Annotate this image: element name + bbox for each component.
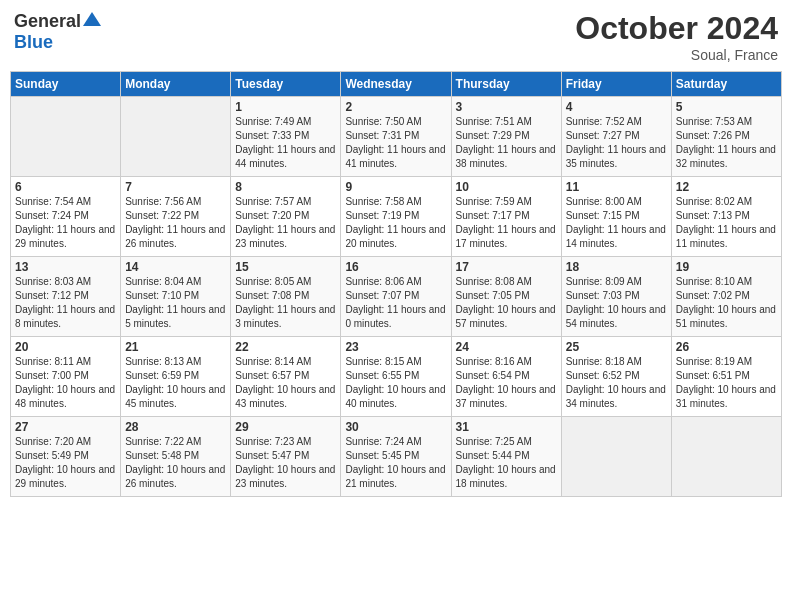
calendar-cell: 8Sunrise: 7:57 AMSunset: 7:20 PMDaylight… <box>231 177 341 257</box>
day-number: 24 <box>456 340 557 354</box>
cell-content: Sunrise: 8:15 AMSunset: 6:55 PMDaylight:… <box>345 355 446 411</box>
calendar-header-saturday: Saturday <box>671 72 781 97</box>
cell-content: Sunrise: 7:25 AMSunset: 5:44 PMDaylight:… <box>456 435 557 491</box>
cell-content: Sunrise: 7:57 AMSunset: 7:20 PMDaylight:… <box>235 195 336 251</box>
cell-content: Sunrise: 8:00 AMSunset: 7:15 PMDaylight:… <box>566 195 667 251</box>
logo-blue-text: Blue <box>14 32 53 52</box>
day-number: 22 <box>235 340 336 354</box>
day-number: 2 <box>345 100 446 114</box>
calendar-cell: 18Sunrise: 8:09 AMSunset: 7:03 PMDayligh… <box>561 257 671 337</box>
day-number: 29 <box>235 420 336 434</box>
cell-content: Sunrise: 7:51 AMSunset: 7:29 PMDaylight:… <box>456 115 557 171</box>
cell-content: Sunrise: 7:23 AMSunset: 5:47 PMDaylight:… <box>235 435 336 491</box>
calendar-cell: 1Sunrise: 7:49 AMSunset: 7:33 PMDaylight… <box>231 97 341 177</box>
day-number: 5 <box>676 100 777 114</box>
calendar-cell: 26Sunrise: 8:19 AMSunset: 6:51 PMDayligh… <box>671 337 781 417</box>
calendar-cell: 31Sunrise: 7:25 AMSunset: 5:44 PMDayligh… <box>451 417 561 497</box>
cell-content: Sunrise: 7:58 AMSunset: 7:19 PMDaylight:… <box>345 195 446 251</box>
calendar-header-tuesday: Tuesday <box>231 72 341 97</box>
calendar-cell: 11Sunrise: 8:00 AMSunset: 7:15 PMDayligh… <box>561 177 671 257</box>
calendar-cell: 6Sunrise: 7:54 AMSunset: 7:24 PMDaylight… <box>11 177 121 257</box>
day-number: 19 <box>676 260 777 274</box>
cell-content: Sunrise: 8:13 AMSunset: 6:59 PMDaylight:… <box>125 355 226 411</box>
logo-icon <box>83 10 101 28</box>
cell-content: Sunrise: 7:53 AMSunset: 7:26 PMDaylight:… <box>676 115 777 171</box>
day-number: 27 <box>15 420 116 434</box>
title-block: October 2024 Soual, France <box>575 10 778 63</box>
day-number: 23 <box>345 340 446 354</box>
calendar-cell: 23Sunrise: 8:15 AMSunset: 6:55 PMDayligh… <box>341 337 451 417</box>
calendar-cell: 12Sunrise: 8:02 AMSunset: 7:13 PMDayligh… <box>671 177 781 257</box>
day-number: 8 <box>235 180 336 194</box>
cell-content: Sunrise: 8:11 AMSunset: 7:00 PMDaylight:… <box>15 355 116 411</box>
calendar-cell: 22Sunrise: 8:14 AMSunset: 6:57 PMDayligh… <box>231 337 341 417</box>
calendar-cell: 10Sunrise: 7:59 AMSunset: 7:17 PMDayligh… <box>451 177 561 257</box>
logo-general-text: General <box>14 11 81 32</box>
cell-content: Sunrise: 8:09 AMSunset: 7:03 PMDaylight:… <box>566 275 667 331</box>
calendar-cell: 27Sunrise: 7:20 AMSunset: 5:49 PMDayligh… <box>11 417 121 497</box>
cell-content: Sunrise: 7:59 AMSunset: 7:17 PMDaylight:… <box>456 195 557 251</box>
day-number: 13 <box>15 260 116 274</box>
cell-content: Sunrise: 7:20 AMSunset: 5:49 PMDaylight:… <box>15 435 116 491</box>
logo: General Blue <box>14 10 101 53</box>
calendar-header-thursday: Thursday <box>451 72 561 97</box>
day-number: 16 <box>345 260 446 274</box>
calendar-header-wednesday: Wednesday <box>341 72 451 97</box>
calendar-cell: 9Sunrise: 7:58 AMSunset: 7:19 PMDaylight… <box>341 177 451 257</box>
calendar-cell: 15Sunrise: 8:05 AMSunset: 7:08 PMDayligh… <box>231 257 341 337</box>
calendar-cell <box>671 417 781 497</box>
calendar-cell: 17Sunrise: 8:08 AMSunset: 7:05 PMDayligh… <box>451 257 561 337</box>
calendar-table: SundayMondayTuesdayWednesdayThursdayFrid… <box>10 71 782 497</box>
day-number: 18 <box>566 260 667 274</box>
day-number: 6 <box>15 180 116 194</box>
cell-content: Sunrise: 8:16 AMSunset: 6:54 PMDaylight:… <box>456 355 557 411</box>
day-number: 21 <box>125 340 226 354</box>
calendar-header-row: SundayMondayTuesdayWednesdayThursdayFrid… <box>11 72 782 97</box>
cell-content: Sunrise: 8:02 AMSunset: 7:13 PMDaylight:… <box>676 195 777 251</box>
calendar-week-row: 13Sunrise: 8:03 AMSunset: 7:12 PMDayligh… <box>11 257 782 337</box>
calendar-cell <box>11 97 121 177</box>
calendar-cell: 5Sunrise: 7:53 AMSunset: 7:26 PMDaylight… <box>671 97 781 177</box>
day-number: 25 <box>566 340 667 354</box>
cell-content: Sunrise: 7:49 AMSunset: 7:33 PMDaylight:… <box>235 115 336 171</box>
cell-content: Sunrise: 7:22 AMSunset: 5:48 PMDaylight:… <box>125 435 226 491</box>
day-number: 31 <box>456 420 557 434</box>
month-title: October 2024 <box>575 10 778 47</box>
day-number: 4 <box>566 100 667 114</box>
day-number: 15 <box>235 260 336 274</box>
calendar-header-friday: Friday <box>561 72 671 97</box>
calendar-cell: 19Sunrise: 8:10 AMSunset: 7:02 PMDayligh… <box>671 257 781 337</box>
day-number: 7 <box>125 180 226 194</box>
calendar-cell: 13Sunrise: 8:03 AMSunset: 7:12 PMDayligh… <box>11 257 121 337</box>
calendar-cell: 2Sunrise: 7:50 AMSunset: 7:31 PMDaylight… <box>341 97 451 177</box>
day-number: 30 <box>345 420 446 434</box>
calendar-cell: 30Sunrise: 7:24 AMSunset: 5:45 PMDayligh… <box>341 417 451 497</box>
calendar-week-row: 6Sunrise: 7:54 AMSunset: 7:24 PMDaylight… <box>11 177 782 257</box>
cell-content: Sunrise: 8:03 AMSunset: 7:12 PMDaylight:… <box>15 275 116 331</box>
page-header: General Blue October 2024 Soual, France <box>10 10 782 63</box>
cell-content: Sunrise: 8:06 AMSunset: 7:07 PMDaylight:… <box>345 275 446 331</box>
calendar-cell <box>121 97 231 177</box>
svg-marker-0 <box>83 12 101 26</box>
day-number: 11 <box>566 180 667 194</box>
day-number: 10 <box>456 180 557 194</box>
cell-content: Sunrise: 8:04 AMSunset: 7:10 PMDaylight:… <box>125 275 226 331</box>
calendar-cell: 24Sunrise: 8:16 AMSunset: 6:54 PMDayligh… <box>451 337 561 417</box>
day-number: 1 <box>235 100 336 114</box>
day-number: 9 <box>345 180 446 194</box>
cell-content: Sunrise: 7:24 AMSunset: 5:45 PMDaylight:… <box>345 435 446 491</box>
calendar-cell <box>561 417 671 497</box>
calendar-week-row: 20Sunrise: 8:11 AMSunset: 7:00 PMDayligh… <box>11 337 782 417</box>
calendar-cell: 16Sunrise: 8:06 AMSunset: 7:07 PMDayligh… <box>341 257 451 337</box>
day-number: 17 <box>456 260 557 274</box>
day-number: 3 <box>456 100 557 114</box>
cell-content: Sunrise: 7:52 AMSunset: 7:27 PMDaylight:… <box>566 115 667 171</box>
calendar-cell: 4Sunrise: 7:52 AMSunset: 7:27 PMDaylight… <box>561 97 671 177</box>
day-number: 26 <box>676 340 777 354</box>
calendar-cell: 21Sunrise: 8:13 AMSunset: 6:59 PMDayligh… <box>121 337 231 417</box>
day-number: 20 <box>15 340 116 354</box>
day-number: 28 <box>125 420 226 434</box>
calendar-header-sunday: Sunday <box>11 72 121 97</box>
calendar-cell: 29Sunrise: 7:23 AMSunset: 5:47 PMDayligh… <box>231 417 341 497</box>
cell-content: Sunrise: 8:10 AMSunset: 7:02 PMDaylight:… <box>676 275 777 331</box>
